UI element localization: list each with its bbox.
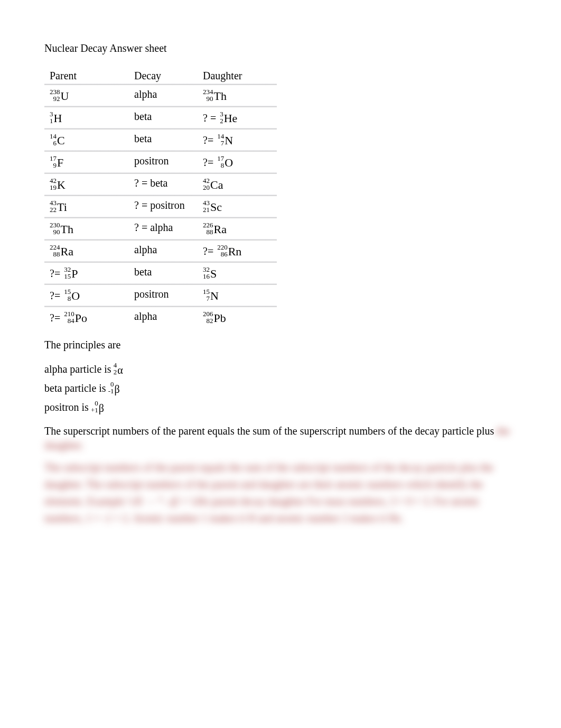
parent-qmark: ?= bbox=[50, 268, 63, 279]
daughter-nuclide: 234 90 Th bbox=[203, 88, 227, 102]
daughter-cell: ? = 3 2 He bbox=[198, 107, 277, 130]
parent-atomic: 15 bbox=[64, 273, 71, 280]
parent-numbers: 15 8 bbox=[64, 288, 71, 302]
parent-numbers: 230 90 bbox=[50, 222, 60, 235]
daughter-symbol: Sc bbox=[210, 201, 222, 213]
parent-atomic: 9 bbox=[53, 162, 57, 169]
daughter-symbol: Pb bbox=[214, 312, 226, 324]
header-parent: Parent bbox=[44, 68, 129, 85]
positron-particle-line: positron is 0 +1 β bbox=[44, 400, 517, 413]
explanation-paragraph-1: The superscript numbers of the parent eq… bbox=[44, 424, 517, 453]
parent-atomic: 19 bbox=[50, 184, 57, 191]
parent-qmark: ?= bbox=[50, 290, 63, 301]
daughter-cell: 234 90 Th bbox=[198, 85, 277, 107]
daughter-atomic: 7 bbox=[221, 140, 225, 146]
decay-cell: alpha bbox=[129, 85, 198, 107]
daughter-nuclide: 42 20 Ca bbox=[203, 177, 223, 191]
parent-symbol: F bbox=[57, 157, 63, 169]
parent-qmark: ?= bbox=[50, 312, 63, 324]
parent-symbol: H bbox=[54, 113, 62, 124]
parent-atomic: 1 bbox=[50, 117, 53, 124]
parent-numbers: 17 9 bbox=[50, 155, 57, 169]
daughter-nuclide: ? = 3 2 He bbox=[203, 110, 237, 124]
parent-symbol: Ra bbox=[61, 246, 73, 257]
table-row: 238 92 U alpha 234 90 Th bbox=[44, 85, 277, 107]
daughter-atomic: 7 bbox=[207, 295, 210, 302]
decay-table: Parent Decay Daughter 238 92 U alpha 234… bbox=[44, 68, 277, 328]
daughter-symbol: N bbox=[225, 135, 233, 146]
positron-symbol: β bbox=[99, 403, 104, 413]
table-row: ?= 210 84 Po alpha 206 82 Pb bbox=[44, 307, 277, 328]
daughter-numbers: 226 88 bbox=[203, 222, 213, 235]
decay-cell: alpha bbox=[129, 241, 198, 263]
daughter-nuclide: 206 82 Pb bbox=[203, 310, 226, 324]
daughter-numbers: 42 20 bbox=[203, 177, 210, 191]
daughter-symbol: N bbox=[210, 290, 219, 302]
daughter-numbers: 3 2 bbox=[220, 110, 223, 124]
daughter-numbers: 43 21 bbox=[203, 199, 210, 213]
parent-numbers: 224 88 bbox=[50, 244, 60, 257]
decay-cell: ? = positron bbox=[129, 196, 198, 218]
decay-cell: alpha bbox=[129, 307, 198, 328]
parent-symbol: Po bbox=[75, 312, 87, 324]
daughter-symbol: Rn bbox=[228, 246, 242, 257]
parent-atomic: 90 bbox=[53, 228, 60, 235]
parent-nuclide: 238 92 U bbox=[50, 88, 69, 102]
parent-numbers: 42 19 bbox=[50, 177, 57, 191]
alpha-particle-line: alpha particle is 4 2 α bbox=[44, 362, 517, 375]
parent-numbers: 43 22 bbox=[50, 199, 57, 213]
parent-cell: 14 6 C bbox=[44, 130, 129, 152]
daughter-nuclide: ?= 14 7 N bbox=[203, 133, 233, 146]
daughter-nuclide: 32 16 S bbox=[203, 266, 217, 280]
parent-atomic: 22 bbox=[50, 206, 57, 213]
daughter-symbol: Ca bbox=[210, 179, 223, 191]
parent-cell: ?= 32 15 P bbox=[44, 263, 129, 285]
parent-symbol: Ti bbox=[57, 201, 67, 213]
parent-cell: 42 19 K bbox=[44, 174, 129, 196]
table-row: ?= 32 15 P beta 32 16 S bbox=[44, 263, 277, 285]
daughter-cell: ?= 220 86 Rn bbox=[198, 241, 277, 263]
parent-cell: 230 90 Th bbox=[44, 218, 129, 241]
parent-nuclide: ?= 32 15 P bbox=[50, 266, 78, 280]
daughter-symbol: S bbox=[210, 268, 217, 280]
parent-cell: 238 92 U bbox=[44, 85, 129, 107]
alpha-numbers: 4 2 bbox=[114, 362, 117, 375]
parent-numbers: 238 92 bbox=[50, 88, 60, 102]
principles-heading: The principles are bbox=[44, 339, 517, 351]
daughter-numbers: 234 90 bbox=[203, 88, 213, 102]
parent-nuclide: ?= 210 84 Po bbox=[50, 310, 87, 324]
table-row: 17 9 F positron ?= 17 8 O bbox=[44, 152, 277, 174]
daughter-numbers: 32 16 bbox=[203, 266, 210, 280]
daughter-numbers: 15 7 bbox=[203, 288, 210, 302]
header-decay: Decay bbox=[129, 68, 198, 85]
daughter-cell: 226 88 Ra bbox=[198, 218, 277, 241]
parent-nuclide: 14 6 C bbox=[50, 133, 65, 146]
daughter-numbers: 206 82 bbox=[203, 310, 213, 324]
parent-cell: ?= 210 84 Po bbox=[44, 307, 129, 328]
daughter-atomic: 90 bbox=[207, 95, 213, 102]
parent-nuclide: 42 19 K bbox=[50, 177, 66, 191]
parent-cell: 43 22 Ti bbox=[44, 196, 129, 218]
positron-numbers: 0 +1 bbox=[91, 400, 98, 413]
parent-nuclide: 224 88 Ra bbox=[50, 244, 73, 257]
decay-cell: ? = alpha bbox=[129, 218, 198, 241]
daughter-atomic: 86 bbox=[221, 251, 228, 257]
decay-cell: beta bbox=[129, 130, 198, 152]
parent-symbol: O bbox=[71, 290, 80, 302]
daughter-atomic: 21 bbox=[203, 206, 210, 213]
parent-symbol: P bbox=[71, 268, 78, 280]
daughter-numbers: 14 7 bbox=[217, 133, 224, 146]
daughter-cell: ?= 17 8 O bbox=[198, 152, 277, 174]
daughter-nuclide: 43 21 Sc bbox=[203, 199, 222, 213]
table-row: 14 6 C beta ?= 14 7 N bbox=[44, 130, 277, 152]
beta-particle-line: beta particle is 0 -1 β bbox=[44, 381, 517, 394]
parent-cell: 3 1 H bbox=[44, 107, 129, 130]
daughter-symbol: Ra bbox=[214, 224, 227, 235]
daughter-symbol: Th bbox=[214, 90, 227, 102]
decay-cell: beta bbox=[129, 263, 198, 285]
daughter-cell: 15 7 N bbox=[198, 285, 277, 307]
daughter-atomic: 20 bbox=[203, 184, 210, 191]
daughter-cell: 32 16 S bbox=[198, 263, 277, 285]
decay-cell: beta bbox=[129, 107, 198, 130]
parent-atomic: 84 bbox=[68, 317, 74, 324]
